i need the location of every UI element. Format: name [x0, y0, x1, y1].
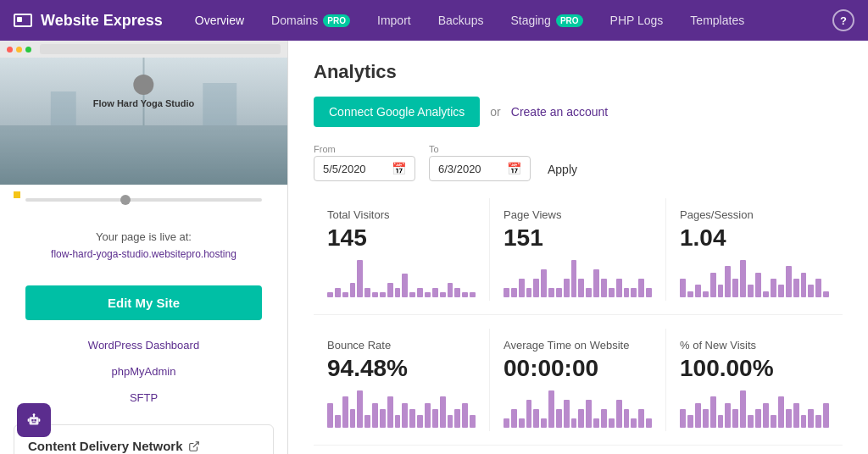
- nav-backups[interactable]: Backups: [426, 8, 496, 32]
- chart-bar: [342, 292, 348, 297]
- chart-bar: [440, 396, 446, 428]
- chart-bar: [740, 390, 746, 428]
- chart-bar: [470, 415, 476, 428]
- stat-label-1: Page Views: [504, 208, 652, 221]
- chart-bar: [695, 403, 701, 428]
- chart-bar: [417, 415, 423, 428]
- from-date-input[interactable]: 5/5/2020 📅: [314, 156, 415, 181]
- chart-bar: [526, 288, 532, 297]
- stat-block-0: Total Visitors 145: [314, 198, 490, 301]
- chart-bar: [755, 409, 761, 428]
- chart-bar: [687, 415, 693, 428]
- brand: Website Express: [14, 12, 163, 30]
- chart-bar: [454, 409, 460, 428]
- chart-bar: [380, 409, 386, 428]
- to-label: To: [429, 144, 531, 154]
- robot-icon[interactable]: [17, 403, 51, 437]
- chart-bar: [609, 418, 615, 428]
- svg-rect-7: [31, 419, 33, 421]
- chart-bar: [601, 279, 607, 297]
- stat-label-0: Total Visitors: [327, 208, 476, 221]
- chart-bar: [462, 292, 468, 297]
- stats-row-2: Bounce Rate 94.48% Average Time on Websi…: [314, 329, 843, 431]
- chart-bar: [387, 396, 393, 428]
- to-group: To 6/3/2020 📅: [429, 144, 531, 181]
- preview-site-name: Flow Hard Yoga Studio: [93, 98, 194, 108]
- chart-bar: [440, 292, 446, 297]
- chart-bar: [350, 283, 356, 297]
- nav-domains[interactable]: Domains PRO: [259, 8, 362, 32]
- chart-bar: [372, 292, 378, 297]
- to-date-input[interactable]: 6/3/2020 📅: [429, 156, 531, 181]
- stat-label-2: Pages/Session: [680, 208, 829, 221]
- chart-bar: [402, 274, 408, 297]
- mini-chart-r2-2: [680, 389, 829, 431]
- svg-rect-3: [51, 91, 76, 125]
- nav-templates[interactable]: Templates: [678, 8, 756, 32]
- chart-bar: [571, 260, 577, 297]
- chart-bar: [740, 260, 746, 297]
- phpmyadmin-link[interactable]: phpMyAdmin: [0, 358, 287, 385]
- mini-chart-r2-0: [327, 389, 476, 431]
- create-account-link[interactable]: Create an account: [511, 105, 608, 119]
- chart-bar: [687, 291, 693, 297]
- preview-bar: [0, 41, 287, 58]
- nav-import[interactable]: Import: [365, 8, 423, 32]
- chart-bar: [616, 279, 622, 297]
- svg-rect-9: [32, 422, 36, 423]
- live-url[interactable]: flow-hard-yoga-studio.websitepro.hosting: [25, 248, 262, 260]
- edit-site-button[interactable]: Edit My Site: [25, 285, 262, 320]
- chart-bar: [718, 285, 724, 297]
- status-indicator: [0, 185, 287, 198]
- wp-dashboard-link[interactable]: WordPress Dashboard: [0, 332, 287, 358]
- brand-name: Website Express: [41, 12, 163, 30]
- chart-bar: [541, 418, 547, 428]
- chart-bar: [763, 291, 769, 297]
- chart-bar: [593, 269, 599, 297]
- chart-bar: [631, 418, 637, 428]
- chart-bar: [526, 400, 532, 428]
- chart-bar: [808, 285, 814, 297]
- chart-bar: [564, 279, 570, 297]
- cdn-title: Content Delivery Network: [28, 439, 259, 453]
- stat-label-r2-1: Average Time on Website: [504, 339, 652, 352]
- main-nav: Overview Domains PRO Import Backups Stag…: [183, 8, 826, 32]
- chart-bar: [448, 283, 453, 297]
- nav-staging[interactable]: Staging PRO: [498, 8, 594, 32]
- chart-bar: [631, 288, 637, 297]
- apply-button[interactable]: Apply: [544, 158, 581, 181]
- chart-bar: [578, 409, 584, 428]
- connect-analytics-button[interactable]: Connect Google Analytics: [314, 97, 480, 127]
- svg-rect-13: [39, 418, 41, 422]
- chart-bar: [541, 269, 547, 297]
- stat-value-r2-1: 00:00:00: [504, 355, 652, 382]
- chart-bar: [732, 409, 738, 428]
- nav-overview[interactable]: Overview: [183, 8, 256, 32]
- chart-bar: [703, 291, 709, 297]
- stat-value-2: 1.04: [680, 224, 829, 252]
- slider-thumb[interactable]: [120, 195, 131, 205]
- url-bar: [40, 44, 281, 54]
- chart-bar: [548, 390, 554, 428]
- nav-php-logs[interactable]: PHP Logs: [598, 8, 676, 32]
- chart-bar: [680, 279, 686, 297]
- to-date-value: 6/3/2020: [438, 163, 481, 175]
- analytics-panel: Analytics Connect Google Analytics or Cr…: [288, 41, 868, 454]
- help-button[interactable]: ?: [832, 9, 854, 31]
- brand-icon: [14, 14, 32, 27]
- chart-bar: [462, 403, 468, 428]
- chart-bar: [372, 403, 378, 428]
- svg-rect-0: [0, 125, 287, 185]
- live-info: Your page is live at: flow-hard-yoga-stu…: [0, 213, 287, 277]
- chart-bar: [409, 409, 415, 428]
- svg-rect-4: [203, 83, 236, 125]
- main-layout: Flow Hard Yoga Studio Your page is live …: [0, 41, 868, 454]
- stat-block-r2-2: % of New Visits 100.00%: [666, 329, 843, 431]
- dot-green: [25, 47, 31, 53]
- preview-logo: Flow Hard Yoga Studio: [93, 75, 194, 108]
- mini-chart-0: [327, 258, 476, 301]
- chart-bar: [801, 415, 807, 428]
- svg-point-11: [33, 413, 36, 416]
- chart-bar: [771, 279, 776, 297]
- from-calendar-icon: 📅: [392, 162, 406, 175]
